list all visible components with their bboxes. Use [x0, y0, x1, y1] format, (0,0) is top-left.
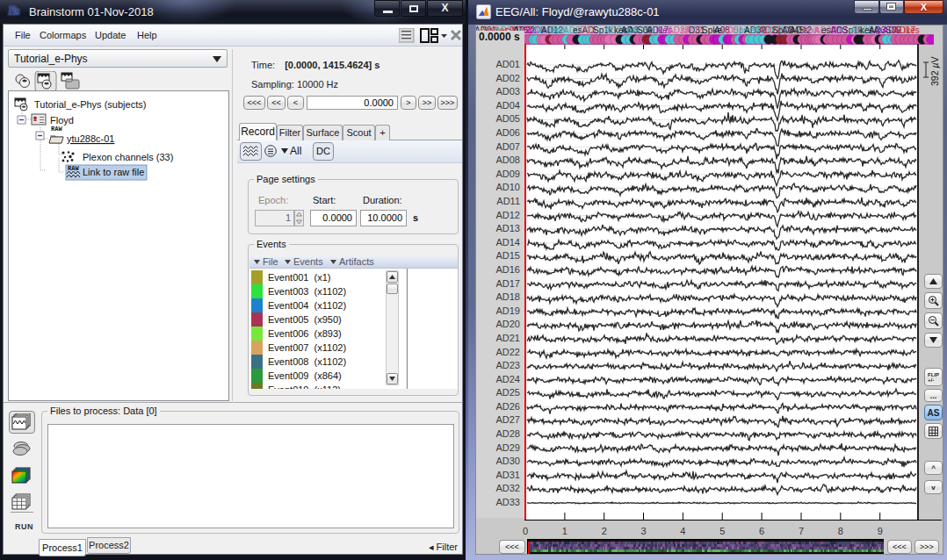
- svg-text:Floyd: Floyd: [50, 115, 74, 126]
- svg-text:392 µV: 392 µV: [929, 56, 940, 86]
- svg-text:ytu288c-01: ytu288c-01: [67, 133, 114, 144]
- svg-text:Plexon channels (33): Plexon channels (33): [83, 152, 173, 162]
- svg-text:Tutorial_e-Phys (subjects): Tutorial_e-Phys (subjects): [34, 99, 146, 110]
- svg-text:RAW: RAW: [51, 126, 62, 133]
- svg-text:Link to raw file: Link to raw file: [83, 167, 144, 177]
